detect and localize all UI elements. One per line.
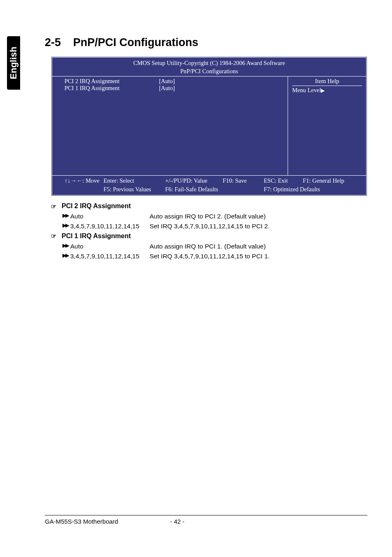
bios-left-panel: PCI 2 IRQ Assignment PCI 1 IRQ Assignmen… <box>52 77 288 175</box>
help-key: ▶▶Auto <box>62 241 150 251</box>
help-desc: Set IRQ 3,4,5,7,9,10,11,12,14,15 to PCI … <box>150 251 270 261</box>
bios-key-hint: ESC: Exit <box>264 177 303 185</box>
bios-row-label: PCI 1 IRQ Assignment <box>65 85 159 92</box>
bios-key-hint: ↑↓→←: Move <box>65 177 104 185</box>
help-heading-text: PCI 1 IRQ Assignment <box>62 231 131 241</box>
section-title-text: PnP/PCI Configurations <box>73 36 198 49</box>
bios-row-label: PCI 2 IRQ Assignment <box>65 78 159 85</box>
bios-key-hint: Enter: Select <box>104 177 165 185</box>
bios-key-hint: F1: General Help <box>303 177 354 185</box>
bios-labels-column: PCI 2 IRQ Assignment PCI 1 IRQ Assignmen… <box>65 78 159 174</box>
bios-menu-level: Menu Level▶ <box>292 87 362 94</box>
help-row: ▶▶3,4,5,7,9,10,11,12,14,15 Set IRQ 3,4,5… <box>62 251 367 261</box>
double-arrow-icon: ▶▶ <box>62 251 68 261</box>
bios-row-value: [Auto] <box>159 78 175 85</box>
help-heading-text: PCI 2 IRQ Assignment <box>62 201 131 211</box>
language-tab: English <box>7 36 20 90</box>
bios-header: CMOS Setup Utility-Copyright (C) 1984-20… <box>52 58 366 77</box>
bios-values-column: [Auto] [Auto] <box>159 78 175 174</box>
help-heading: ☞ PCI 1 IRQ Assignment <box>51 231 367 241</box>
help-key: ▶▶3,4,5,7,9,10,11,12,14,15 <box>62 251 150 261</box>
bios-right-header: Item Help <box>292 78 362 86</box>
bios-key-hint: F10: Save <box>223 177 264 185</box>
bios-key-hint: F5: Previous Values <box>104 186 165 194</box>
bios-header-line2: PnP/PCI Configurations <box>52 67 366 76</box>
bios-screen: CMOS Setup Utility-Copyright (C) 1984-20… <box>51 56 367 196</box>
help-desc: Auto assign IRQ to PCI 2. (Default value… <box>150 211 266 221</box>
footer-product: GA-M55S-S3 Motherboard <box>45 518 170 525</box>
help-section: ☞ PCI 2 IRQ Assignment ▶▶Auto Auto assig… <box>51 201 367 261</box>
help-row: ▶▶Auto Auto assign IRQ to PCI 2. (Defaul… <box>62 211 367 221</box>
help-row: ▶▶Auto Auto assign IRQ to PCI 1. (Defaul… <box>62 241 367 251</box>
bios-row-value: [Auto] <box>159 85 175 92</box>
help-desc: Set IRQ 3,4,5,7,9,10,11,12,14,15 to PCI … <box>150 221 270 231</box>
double-arrow-icon: ▶▶ <box>62 241 68 251</box>
bios-key-hint <box>223 186 264 194</box>
bios-right-panel: Item Help Menu Level▶ <box>288 77 366 175</box>
bios-body: PCI 2 IRQ Assignment PCI 1 IRQ Assignmen… <box>52 77 366 175</box>
language-tab-text: English <box>8 46 19 79</box>
bios-key-hint: +/-/PU/PD: Value <box>165 177 223 185</box>
double-arrow-icon: ▶▶ <box>62 221 68 231</box>
page-content: 2-5PnP/PCI Configurations CMOS Setup Uti… <box>45 36 367 261</box>
help-heading: ☞ PCI 2 IRQ Assignment <box>51 201 367 211</box>
page-footer: GA-M55S-S3 Motherboard - 42 - <box>45 515 367 525</box>
pointer-icon: ☞ <box>51 203 58 210</box>
bios-footer: ↑↓→←: Move Enter: Select +/-/PU/PD: Valu… <box>52 175 366 195</box>
bios-key-hint: F6: Fail-Safe Defaults <box>165 186 223 194</box>
help-key: ▶▶3,4,5,7,9,10,11,12,14,15 <box>62 221 150 231</box>
section-number: 2-5 <box>45 36 61 49</box>
triangle-right-icon: ▶ <box>321 88 325 93</box>
double-arrow-icon: ▶▶ <box>62 211 68 221</box>
bios-header-line1: CMOS Setup Utility-Copyright (C) 1984-20… <box>52 59 366 67</box>
help-key: ▶▶Auto <box>62 211 150 221</box>
pointer-icon: ☞ <box>51 233 58 239</box>
help-row: ▶▶3,4,5,7,9,10,11,12,14,15 Set IRQ 3,4,5… <box>62 221 367 231</box>
footer-page-number: - 42 - <box>170 518 184 525</box>
bios-key-hint: F7: Optimized Defaults <box>264 186 354 194</box>
section-heading: 2-5PnP/PCI Configurations <box>45 36 367 49</box>
bios-key-hint <box>65 186 104 194</box>
help-desc: Auto assign IRQ to PCI 1. (Default value… <box>150 241 266 251</box>
